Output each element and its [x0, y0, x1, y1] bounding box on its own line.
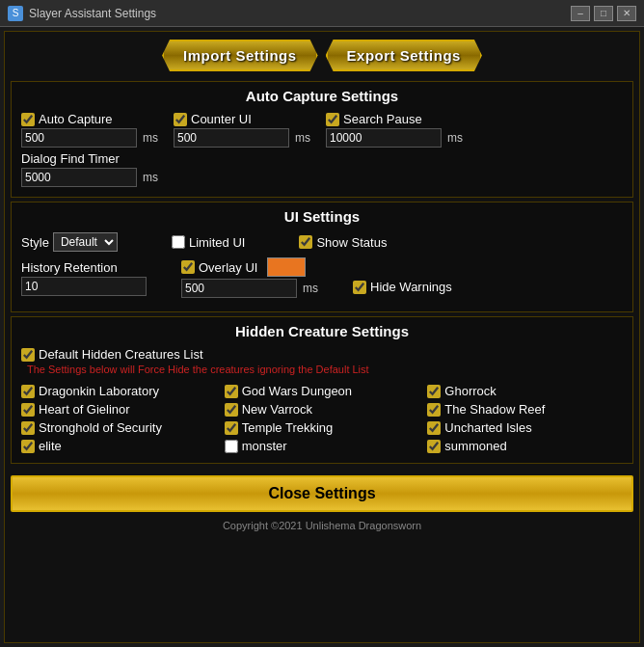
- auto-capture-input[interactable]: [21, 128, 137, 148]
- default-list-checkbox[interactable]: [21, 348, 35, 362]
- counter-ui-field: Counter UI ms: [174, 112, 310, 148]
- shadow-reef-text: The Shadow Reef: [444, 402, 545, 417]
- counter-ui-ms: ms: [295, 131, 310, 145]
- hide-warnings-label[interactable]: Hide Warnings: [353, 280, 452, 294]
- list-item[interactable]: Heart of Gielinor: [21, 402, 217, 417]
- overlay-ms-input[interactable]: [181, 279, 297, 298]
- title-bar-text: Slayer Assistant Settings: [29, 7, 571, 20]
- close-window-button[interactable]: ✕: [617, 6, 636, 21]
- shadow-reef-checkbox[interactable]: [427, 403, 441, 417]
- overlay-color-swatch[interactable]: [267, 257, 306, 277]
- uncharted-isles-checkbox[interactable]: [427, 421, 441, 435]
- overlay-ms-label: ms: [303, 282, 318, 295]
- new-varrock-text: New Varrock: [242, 402, 312, 417]
- limited-ui-text: Limited UI: [189, 235, 246, 250]
- close-settings-button[interactable]: Close Settings: [11, 475, 633, 512]
- overlay-ms-row: ms: [181, 279, 318, 298]
- creatures-grid: Dragonkin Laboratory God Wars Dungeon Gh…: [21, 384, 623, 453]
- new-varrock-checkbox[interactable]: [225, 403, 238, 417]
- list-item[interactable]: elite: [21, 439, 217, 453]
- auto-capture-checkbox-label[interactable]: Auto Capture: [21, 112, 158, 126]
- close-btn-container: Close Settings: [5, 468, 639, 516]
- elite-text: elite: [39, 439, 62, 453]
- search-pause-field: Search Pause ms: [326, 112, 463, 148]
- dragonkin-lab-checkbox[interactable]: [21, 385, 35, 398]
- minimize-button[interactable]: –: [571, 6, 590, 21]
- heart-gielinor-text: Heart of Gielinor: [39, 402, 130, 417]
- dialog-find-timer-input[interactable]: [21, 168, 137, 187]
- list-item[interactable]: Ghorrock: [427, 384, 623, 398]
- search-pause-label: Search Pause: [343, 112, 422, 126]
- counter-ui-input[interactable]: [174, 128, 289, 148]
- heart-gielinor-checkbox[interactable]: [21, 403, 35, 417]
- search-pause-ms: ms: [447, 131, 463, 145]
- maximize-button[interactable]: □: [594, 6, 613, 21]
- list-item[interactable]: Temple Trekking: [225, 420, 420, 435]
- ui-settings-title: UI Settings: [21, 208, 623, 225]
- ghorrock-checkbox[interactable]: [427, 385, 441, 398]
- dialog-find-timer-input-row: ms: [21, 168, 623, 187]
- auto-capture-title: Auto Capture Settings: [21, 88, 623, 104]
- list-item[interactable]: Stronghold of Security: [21, 420, 217, 435]
- ghorrock-text: Ghorrock: [444, 384, 496, 398]
- list-item[interactable]: Uncharted Isles: [427, 420, 623, 435]
- list-item[interactable]: Dragonkin Laboratory: [21, 384, 217, 398]
- auto-capture-section: Auto Capture Settings Auto Capture ms Co…: [11, 81, 633, 198]
- list-item[interactable]: God Wars Dungeon: [225, 384, 420, 398]
- auto-capture-row1: Auto Capture ms Counter UI ms: [21, 112, 623, 148]
- history-retention-label: History Retention: [21, 260, 147, 275]
- summoned-checkbox[interactable]: [427, 440, 441, 453]
- style-select[interactable]: Default Dark Light: [53, 232, 118, 252]
- app-icon: S: [8, 6, 23, 21]
- auto-capture-field: Auto Capture ms: [21, 112, 158, 148]
- dialog-find-timer-label: Dialog Find Timer: [21, 151, 623, 166]
- hide-warnings-text: Hide Warnings: [370, 280, 452, 294]
- dragonkin-lab-text: Dragonkin Laboratory: [39, 384, 159, 398]
- monster-checkbox[interactable]: [225, 440, 238, 453]
- list-item[interactable]: summoned: [427, 439, 623, 453]
- counter-ui-input-row: ms: [174, 128, 310, 148]
- overlay-ui-checkbox-label[interactable]: Overlay UI: [181, 257, 318, 277]
- temple-trekking-checkbox[interactable]: [225, 421, 238, 435]
- god-wars-text: God Wars Dungeon: [242, 384, 352, 398]
- search-pause-input[interactable]: [326, 128, 442, 148]
- temple-trekking-text: Temple Trekking: [242, 420, 334, 435]
- counter-ui-checkbox[interactable]: [174, 113, 187, 126]
- search-pause-checkbox[interactable]: [326, 113, 339, 126]
- auto-capture-input-row: ms: [21, 128, 158, 148]
- list-item[interactable]: monster: [225, 439, 420, 453]
- auto-capture-checkbox[interactable]: [21, 113, 35, 126]
- limited-ui-label[interactable]: Limited UI: [172, 235, 246, 250]
- show-status-checkbox[interactable]: [299, 235, 312, 249]
- limited-ui-checkbox[interactable]: [172, 235, 185, 249]
- list-item[interactable]: The Shadow Reef: [427, 402, 623, 417]
- counter-ui-label: Counter UI: [191, 112, 252, 126]
- dialog-find-timer-field: Dialog Find Timer ms: [21, 151, 623, 187]
- show-status-label[interactable]: Show Status: [299, 235, 387, 250]
- stronghold-checkbox[interactable]: [21, 421, 35, 435]
- auto-capture-label: Auto Capture: [39, 112, 113, 126]
- import-settings-button[interactable]: Import Settings: [162, 40, 318, 71]
- god-wars-checkbox[interactable]: [225, 385, 238, 398]
- export-settings-button[interactable]: Export Settings: [326, 40, 482, 71]
- hide-warnings-checkbox[interactable]: [353, 281, 366, 294]
- dialog-find-timer-ms: ms: [143, 171, 158, 184]
- overlay-ui-checkbox[interactable]: [181, 260, 195, 274]
- stronghold-text: Stronghold of Security: [39, 420, 162, 435]
- summoned-text: summoned: [444, 439, 506, 453]
- elite-checkbox[interactable]: [21, 440, 35, 453]
- history-retention-input[interactable]: [21, 277, 147, 296]
- search-pause-checkbox-label[interactable]: Search Pause: [326, 112, 463, 126]
- overlay-ui-field: Overlay UI ms: [181, 257, 318, 298]
- auto-capture-ms: ms: [143, 131, 158, 145]
- title-bar: S Slayer Assistant Settings – □ ✕: [0, 0, 644, 27]
- default-list-label[interactable]: Default Hidden Creatures List: [21, 347, 623, 362]
- top-buttons: Import Settings Export Settings: [5, 32, 639, 77]
- title-bar-controls: – □ ✕: [571, 6, 636, 21]
- counter-ui-checkbox-label[interactable]: Counter UI: [174, 112, 310, 126]
- ui-settings-section: UI Settings Style Default Dark Light Lim…: [11, 202, 633, 312]
- show-status-text: Show Status: [316, 235, 387, 250]
- list-item[interactable]: New Varrock: [225, 402, 420, 417]
- hidden-creatures-section: Hidden Creature Settings Default Hidden …: [11, 316, 633, 464]
- style-label: Style: [21, 235, 49, 250]
